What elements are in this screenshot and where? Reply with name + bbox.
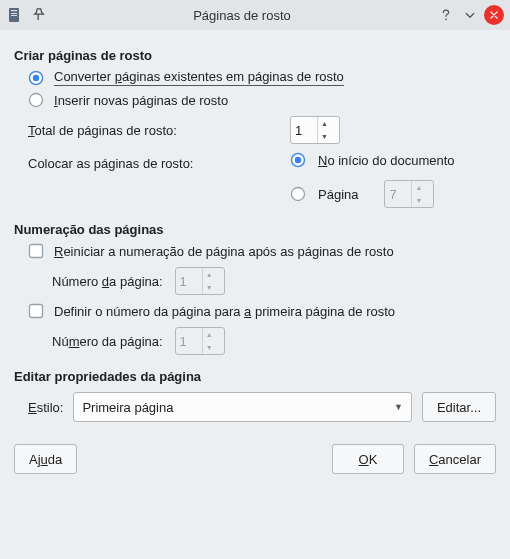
section-make-header: Criar páginas de rosto (14, 48, 496, 63)
total-spin[interactable]: ▲▼ (290, 116, 340, 144)
help-button[interactable]: Ajuda (14, 444, 77, 474)
svg-point-7 (30, 94, 43, 107)
titlebar: Páginas de rosto (0, 0, 510, 30)
radio-icon (28, 92, 44, 108)
radio-place-start[interactable]: No início do documento (290, 152, 455, 168)
style-label: Estilo: (28, 400, 63, 415)
setnum-num-label: Número da página: (52, 334, 163, 349)
pin-icon[interactable] (30, 6, 48, 24)
app-icon (6, 6, 24, 24)
radio-place-page[interactable]: Página ▲▼ (290, 180, 455, 208)
radio-icon (290, 186, 306, 202)
total-label: Total de páginas de rosto: (28, 123, 278, 138)
svg-point-6 (33, 74, 39, 80)
window-title: Páginas de rosto (48, 8, 436, 23)
check-restart-label: Reiniciar a numeração de página após as … (54, 244, 394, 259)
svg-point-4 (445, 19, 447, 21)
cancel-button[interactable]: Cancelar (414, 444, 496, 474)
svg-rect-11 (30, 245, 43, 258)
checkbox-icon (28, 303, 44, 319)
radio-place-page-label: Página (318, 187, 358, 202)
check-restart[interactable]: Reiniciar a numeração de página após as … (28, 243, 496, 259)
place-label: Colocar as páginas de rosto: (28, 152, 278, 171)
close-icon[interactable] (484, 5, 504, 25)
radio-insert[interactable]: Inserir novas páginas de rosto (28, 92, 496, 108)
help-icon[interactable] (436, 5, 456, 25)
place-page-input (385, 187, 411, 202)
edit-button[interactable]: Editar... (422, 392, 496, 422)
radio-convert[interactable]: Converter páginas existentes em páginas … (28, 69, 496, 86)
chevron-down-icon: ▼ (394, 402, 403, 412)
setnum-num-input (176, 334, 202, 349)
radio-icon (28, 70, 44, 86)
svg-rect-1 (11, 10, 17, 11)
setnum-num-spin: ▲▼ (175, 327, 225, 355)
check-setnum[interactable]: Definir o número da página para a primei… (28, 303, 496, 319)
check-setnum-label: Definir o número da página para a primei… (54, 304, 395, 319)
section-edit-header: Editar propriedades da página (14, 369, 496, 384)
checkbox-icon (28, 243, 44, 259)
restart-num-input (176, 274, 202, 289)
minimize-icon[interactable] (460, 5, 480, 25)
radio-icon (290, 152, 306, 168)
place-page-spin: ▲▼ (384, 180, 434, 208)
svg-rect-3 (11, 15, 17, 16)
section-numbering-header: Numeração das páginas (14, 222, 496, 237)
svg-point-10 (292, 188, 305, 201)
svg-point-9 (295, 157, 301, 163)
ok-button[interactable]: OK (332, 444, 404, 474)
style-combo[interactable]: Primeira página ▼ (73, 392, 412, 422)
radio-place-start-label: No início do documento (318, 153, 455, 168)
svg-rect-2 (11, 13, 17, 14)
restart-num-label: Número da página: (52, 274, 163, 289)
restart-num-spin: ▲▼ (175, 267, 225, 295)
total-input[interactable] (291, 123, 317, 138)
svg-rect-12 (30, 305, 43, 318)
radio-convert-label: Converter páginas existentes em páginas … (54, 69, 344, 86)
radio-insert-label: Inserir novas páginas de rosto (54, 93, 228, 108)
style-combo-value: Primeira página (82, 400, 394, 415)
